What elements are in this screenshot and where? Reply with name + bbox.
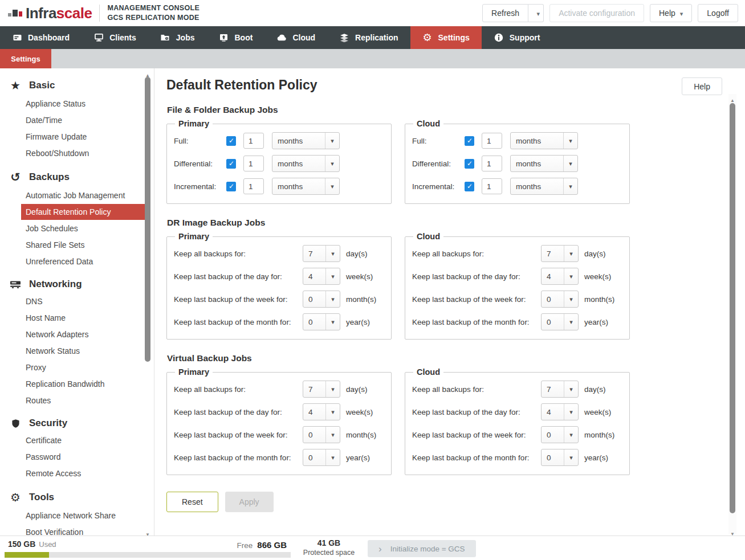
- sidebar-item-reboot-shutdown[interactable]: Reboot/Shutdown: [21, 145, 145, 161]
- keep-week-select[interactable]: 0: [303, 426, 340, 443]
- sidebar-item-automatic-job-management[interactable]: Automatic Job Management: [21, 187, 145, 203]
- sidebar-item-boot-verification[interactable]: Boot Verification: [21, 524, 145, 536]
- sidebar-item-password[interactable]: Password: [21, 449, 145, 465]
- help-dropdown-button[interactable]: Help: [650, 4, 692, 22]
- keep-all-select[interactable]: 7: [303, 245, 340, 262]
- differential-count-input[interactable]: [243, 156, 264, 171]
- nav-item-jobs[interactable]: Jobs: [148, 26, 207, 49]
- keep-day-select[interactable]: 4: [303, 268, 340, 285]
- initialize-mode-button[interactable]: Initialize mode = GCS: [368, 540, 476, 557]
- row-unit: week(s): [584, 408, 611, 416]
- nav-item-replication[interactable]: Replication: [327, 26, 410, 49]
- infrascale-logo[interactable]: Infrascale: [7, 5, 92, 22]
- full-enabled-checkbox[interactable]: [226, 136, 236, 146]
- sidebar-item-remote-access[interactable]: Remote Access: [21, 465, 145, 481]
- chevron-right-icon: [378, 544, 382, 554]
- sidebar-item-replication-bandwidth[interactable]: Replication Bandwidth: [21, 376, 145, 392]
- tab-settings[interactable]: Settings: [0, 49, 51, 68]
- nav-item-settings[interactable]: Settings: [410, 26, 482, 49]
- sidebar-item-host-name[interactable]: Host Name: [21, 310, 145, 326]
- sidebar-item-dns[interactable]: DNS: [21, 293, 145, 309]
- sidebar-item-appliance-status[interactable]: Appliance Status: [21, 96, 145, 112]
- refresh-dropdown-button[interactable]: [528, 4, 544, 22]
- differential-enabled-checkbox[interactable]: [465, 159, 474, 169]
- sidebar-item-default-retention-policy[interactable]: Default Retention Policy: [21, 204, 145, 220]
- nav-item-dashboard[interactable]: Dashboard: [0, 26, 82, 49]
- keep-day-select[interactable]: 4: [541, 268, 579, 285]
- reset-button[interactable]: Reset: [166, 492, 218, 512]
- nav-item-support[interactable]: Support: [482, 26, 552, 49]
- sidebar-item-firmware-update[interactable]: Firmware Update: [21, 129, 145, 145]
- full-unit-select[interactable]: months: [272, 132, 340, 149]
- content-scrollbar-thumb[interactable]: [730, 103, 735, 513]
- incremental-unit-select[interactable]: months: [510, 178, 578, 195]
- sidebar-scrollbar[interactable]: [144, 69, 152, 535]
- full-enabled-checkbox[interactable]: [465, 136, 474, 146]
- full-count-input[interactable]: [482, 133, 502, 149]
- incremental-count-input[interactable]: [482, 178, 502, 194]
- sidebar-item-date-time[interactable]: Date/Time: [21, 112, 145, 128]
- incremental-enabled-checkbox[interactable]: [226, 182, 236, 191]
- used-space: 150 GBUsed: [8, 539, 56, 549]
- sidebar-item-appliance-network-share[interactable]: Appliance Network Share: [21, 508, 145, 524]
- differential-enabled-checkbox[interactable]: [226, 159, 236, 169]
- refresh-button[interactable]: Refresh: [482, 4, 528, 22]
- sidebar-item-shared-file-sets[interactable]: Shared File Sets: [21, 237, 145, 253]
- keep-month-select[interactable]: 0: [541, 449, 579, 466]
- scroll-down-icon[interactable]: [728, 528, 736, 534]
- keep-month-select[interactable]: 0: [303, 449, 340, 466]
- keep-week-select[interactable]: 0: [541, 426, 579, 443]
- differential-unit-select[interactable]: months: [272, 155, 340, 172]
- keep-week-select[interactable]: 0: [303, 291, 340, 308]
- keep-month-select[interactable]: 0: [541, 313, 579, 330]
- full-count-input[interactable]: [243, 133, 264, 149]
- nav-item-boot[interactable]: Boot: [207, 26, 265, 49]
- chevron-down-icon: [325, 427, 340, 443]
- differential-count-input[interactable]: [482, 156, 502, 171]
- sidebar-item-routes[interactable]: Routes: [21, 393, 145, 408]
- keep-all-select[interactable]: 7: [541, 381, 579, 398]
- nav-item-cloud[interactable]: Cloud: [264, 26, 327, 49]
- apply-button[interactable]: Apply: [225, 492, 274, 512]
- free-label: Free: [237, 541, 253, 550]
- row-label: Full:: [412, 137, 465, 145]
- incremental-enabled-checkbox[interactable]: [465, 182, 474, 191]
- select-value: 7: [542, 250, 564, 258]
- sidebar-item-job-schedules[interactable]: Job Schedules: [21, 220, 145, 236]
- differential-unit-select[interactable]: months: [510, 155, 578, 172]
- full-unit-select[interactable]: months: [510, 132, 578, 149]
- row-label: Keep last backup of the month for:: [412, 453, 541, 462]
- chevron-down-icon: [680, 9, 683, 18]
- chevron-down-icon: [564, 427, 578, 443]
- scroll-up-icon[interactable]: [144, 69, 152, 76]
- sidebar-item-unreferenced-data[interactable]: Unreferenced Data: [21, 254, 145, 269]
- keep-all-select[interactable]: 7: [303, 381, 340, 398]
- select-value: 0: [542, 295, 564, 304]
- logoff-button[interactable]: Logoff: [698, 4, 738, 22]
- scroll-down-icon[interactable]: [144, 528, 152, 535]
- incremental-unit-select[interactable]: months: [272, 178, 340, 195]
- storage-usage-bar: [5, 552, 291, 558]
- activate-configuration-button[interactable]: Activate configuration: [549, 4, 644, 22]
- sidebar-item-network-status[interactable]: Network Status: [21, 343, 145, 359]
- keep-day-select[interactable]: 4: [541, 403, 579, 420]
- chevron-down-icon: [325, 246, 340, 261]
- storage-usage-fill: [5, 552, 49, 558]
- sidebar-item-network-adapters[interactable]: Network Adapters: [21, 326, 145, 342]
- retention-row-incremental: Incremental: months: [174, 175, 384, 198]
- retention-row-keep-all: Keep all backups for: 7 day(s): [174, 242, 384, 265]
- incremental-count-input[interactable]: [243, 178, 264, 194]
- sidebar-item-certificate[interactable]: Certificate: [21, 432, 145, 448]
- content-scrollbar[interactable]: [728, 94, 736, 534]
- scroll-up-icon[interactable]: [728, 94, 736, 101]
- keep-month-select[interactable]: 0: [303, 313, 340, 330]
- sidebar-item-proxy[interactable]: Proxy: [21, 359, 145, 375]
- sidebar-scrollbar-thumb[interactable]: [145, 77, 150, 362]
- nav-item-clients[interactable]: Clients: [82, 26, 148, 49]
- select-value: 7: [542, 385, 564, 394]
- jobs-icon: [160, 33, 170, 43]
- keep-day-select[interactable]: 4: [303, 403, 340, 420]
- help-button[interactable]: Help: [682, 77, 722, 95]
- keep-week-select[interactable]: 0: [541, 291, 579, 308]
- keep-all-select[interactable]: 7: [541, 245, 579, 262]
